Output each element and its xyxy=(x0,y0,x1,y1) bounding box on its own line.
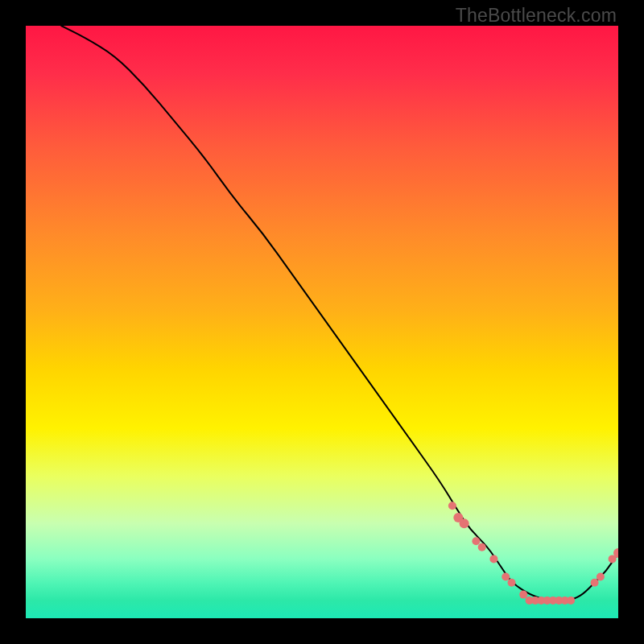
watermark-text: TheBottleneck.com xyxy=(456,5,617,27)
data-marker xyxy=(472,537,480,545)
plot-area xyxy=(26,26,618,618)
chart-svg xyxy=(26,26,618,618)
data-marker xyxy=(460,518,469,528)
data-marker xyxy=(597,573,605,581)
markers-group xyxy=(448,502,618,605)
chart-container: TheBottleneck.com xyxy=(0,0,644,644)
data-marker xyxy=(508,579,516,587)
data-marker xyxy=(478,543,486,551)
data-marker xyxy=(502,573,510,581)
data-marker xyxy=(519,591,527,599)
data-marker xyxy=(448,502,456,510)
data-marker xyxy=(567,597,575,605)
curve-line xyxy=(61,26,618,601)
data-marker xyxy=(591,579,599,587)
data-marker xyxy=(489,555,497,563)
